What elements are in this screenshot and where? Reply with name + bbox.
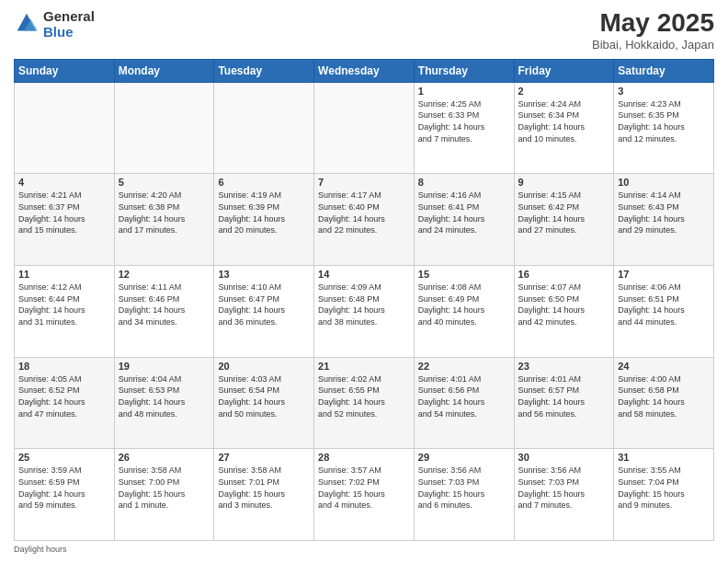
day-info: Sunrise: 3:58 AM Sunset: 7:00 PM Dayligh… <box>119 465 210 511</box>
calendar-day-cell: 13Sunrise: 4:10 AM Sunset: 6:47 PM Dayli… <box>214 266 314 358</box>
calendar-day-cell: 6Sunrise: 4:19 AM Sunset: 6:39 PM Daylig… <box>214 174 314 266</box>
day-info: Sunrise: 4:15 AM Sunset: 6:42 PM Dayligh… <box>518 190 610 236</box>
day-number: 15 <box>418 269 510 280</box>
calendar-day-cell: 26Sunrise: 3:58 AM Sunset: 7:00 PM Dayli… <box>114 449 214 541</box>
day-of-week-header: Sunday <box>15 59 115 82</box>
day-info: Sunrise: 4:00 AM Sunset: 6:58 PM Dayligh… <box>618 373 710 419</box>
day-number: 11 <box>18 269 110 280</box>
calendar-day-cell <box>15 82 115 174</box>
logo-general-text: General <box>43 8 95 24</box>
day-number: 6 <box>218 177 310 188</box>
title-block: May 2025 Bibai, Hokkaido, Japan <box>592 9 714 52</box>
calendar-day-cell: 18Sunrise: 4:05 AM Sunset: 6:52 PM Dayli… <box>15 357 115 449</box>
day-number: 22 <box>418 361 510 372</box>
day-info: Sunrise: 3:57 AM Sunset: 7:02 PM Dayligh… <box>318 465 410 511</box>
day-info: Sunrise: 4:05 AM Sunset: 6:52 PM Dayligh… <box>18 373 110 419</box>
calendar-day-cell: 17Sunrise: 4:06 AM Sunset: 6:51 PM Dayli… <box>614 266 714 358</box>
calendar-day-cell: 23Sunrise: 4:01 AM Sunset: 6:57 PM Dayli… <box>514 357 614 449</box>
calendar-day-cell: 30Sunrise: 3:56 AM Sunset: 7:03 PM Dayli… <box>514 449 614 541</box>
day-info: Sunrise: 4:21 AM Sunset: 6:37 PM Dayligh… <box>18 190 110 236</box>
calendar-day-cell <box>214 82 314 174</box>
day-number: 26 <box>119 452 210 463</box>
calendar-day-cell: 22Sunrise: 4:01 AM Sunset: 6:56 PM Dayli… <box>414 357 514 449</box>
day-number: 27 <box>218 452 310 463</box>
calendar-day-cell: 3Sunrise: 4:23 AM Sunset: 6:35 PM Daylig… <box>614 82 714 174</box>
day-number: 2 <box>518 86 610 97</box>
day-number: 1 <box>418 86 510 97</box>
calendar-week-row: 25Sunrise: 3:59 AM Sunset: 6:59 PM Dayli… <box>15 449 714 541</box>
page: General Blue May 2025 Bibai, Hokkaido, J… <box>0 0 728 563</box>
calendar-day-cell: 16Sunrise: 4:07 AM Sunset: 6:50 PM Dayli… <box>514 266 614 358</box>
day-info: Sunrise: 3:55 AM Sunset: 7:04 PM Dayligh… <box>618 465 710 511</box>
day-info: Sunrise: 3:59 AM Sunset: 6:59 PM Dayligh… <box>18 465 110 511</box>
calendar-day-cell: 29Sunrise: 3:56 AM Sunset: 7:03 PM Dayli… <box>414 449 514 541</box>
day-info: Sunrise: 4:07 AM Sunset: 6:50 PM Dayligh… <box>518 282 610 327</box>
day-number: 23 <box>518 361 610 372</box>
day-info: Sunrise: 3:56 AM Sunset: 7:03 PM Dayligh… <box>418 465 510 511</box>
day-number: 14 <box>318 269 410 280</box>
day-number: 24 <box>618 361 710 372</box>
day-number: 30 <box>518 452 610 463</box>
day-info: Sunrise: 4:11 AM Sunset: 6:46 PM Dayligh… <box>119 282 210 327</box>
calendar-week-row: 4Sunrise: 4:21 AM Sunset: 6:37 PM Daylig… <box>15 174 714 266</box>
day-number: 31 <box>618 452 710 463</box>
day-number: 29 <box>418 452 510 463</box>
day-number: 21 <box>318 361 410 372</box>
day-number: 19 <box>119 361 210 372</box>
calendar-day-cell: 14Sunrise: 4:09 AM Sunset: 6:48 PM Dayli… <box>314 266 415 358</box>
calendar-day-cell: 4Sunrise: 4:21 AM Sunset: 6:37 PM Daylig… <box>15 174 115 266</box>
calendar-week-row: 1Sunrise: 4:25 AM Sunset: 6:33 PM Daylig… <box>15 82 714 174</box>
day-number: 3 <box>618 86 710 97</box>
logo-blue-text: Blue <box>43 24 74 40</box>
day-number: 7 <box>318 177 410 188</box>
day-number: 9 <box>518 177 610 188</box>
calendar-day-cell: 31Sunrise: 3:55 AM Sunset: 7:04 PM Dayli… <box>614 449 714 541</box>
day-of-week-header: Monday <box>114 59 214 82</box>
day-info: Sunrise: 4:24 AM Sunset: 6:34 PM Dayligh… <box>518 98 610 144</box>
calendar-day-cell <box>114 82 214 174</box>
calendar-day-cell: 28Sunrise: 3:57 AM Sunset: 7:02 PM Dayli… <box>314 449 415 541</box>
header: General Blue May 2025 Bibai, Hokkaido, J… <box>14 9 714 52</box>
day-of-week-header: Thursday <box>414 59 514 82</box>
day-info: Sunrise: 4:14 AM Sunset: 6:43 PM Dayligh… <box>618 190 710 236</box>
day-info: Sunrise: 4:10 AM Sunset: 6:47 PM Dayligh… <box>218 282 310 327</box>
day-info: Sunrise: 4:19 AM Sunset: 6:39 PM Dayligh… <box>218 190 310 236</box>
calendar-week-row: 18Sunrise: 4:05 AM Sunset: 6:52 PM Dayli… <box>15 357 714 449</box>
calendar-day-cell: 5Sunrise: 4:20 AM Sunset: 6:38 PM Daylig… <box>114 174 214 266</box>
day-of-week-header: Tuesday <box>214 59 314 82</box>
calendar-day-cell: 21Sunrise: 4:02 AM Sunset: 6:55 PM Dayli… <box>314 357 415 449</box>
footer-note: Daylight hours <box>14 545 714 554</box>
day-number: 18 <box>18 361 110 372</box>
calendar-day-cell: 20Sunrise: 4:03 AM Sunset: 6:54 PM Dayli… <box>214 357 314 449</box>
day-of-week-header: Saturday <box>614 59 714 82</box>
calendar-body: 1Sunrise: 4:25 AM Sunset: 6:33 PM Daylig… <box>15 82 714 540</box>
logo: General Blue <box>14 9 95 40</box>
calendar-day-cell: 19Sunrise: 4:04 AM Sunset: 6:53 PM Dayli… <box>114 357 214 449</box>
day-info: Sunrise: 4:01 AM Sunset: 6:57 PM Dayligh… <box>518 373 610 419</box>
day-of-week-header: Friday <box>514 59 614 82</box>
calendar-day-cell: 2Sunrise: 4:24 AM Sunset: 6:34 PM Daylig… <box>514 82 614 174</box>
header-row: SundayMondayTuesdayWednesdayThursdayFrid… <box>15 59 714 82</box>
calendar-day-cell: 8Sunrise: 4:16 AM Sunset: 6:41 PM Daylig… <box>414 174 514 266</box>
calendar-day-cell: 10Sunrise: 4:14 AM Sunset: 6:43 PM Dayli… <box>614 174 714 266</box>
day-number: 12 <box>119 269 210 280</box>
day-info: Sunrise: 3:56 AM Sunset: 7:03 PM Dayligh… <box>518 465 610 511</box>
day-info: Sunrise: 4:17 AM Sunset: 6:40 PM Dayligh… <box>318 190 410 236</box>
calendar-day-cell: 11Sunrise: 4:12 AM Sunset: 6:44 PM Dayli… <box>15 266 115 358</box>
day-number: 13 <box>218 269 310 280</box>
day-number: 20 <box>218 361 310 372</box>
day-info: Sunrise: 3:58 AM Sunset: 7:01 PM Dayligh… <box>218 465 310 511</box>
calendar-day-cell: 7Sunrise: 4:17 AM Sunset: 6:40 PM Daylig… <box>314 174 415 266</box>
day-number: 4 <box>18 177 110 188</box>
calendar-week-row: 11Sunrise: 4:12 AM Sunset: 6:44 PM Dayli… <box>15 266 714 358</box>
day-number: 5 <box>119 177 210 188</box>
month-title: May 2025 <box>592 9 714 38</box>
day-of-week-header: Wednesday <box>314 59 415 82</box>
day-number: 17 <box>618 269 710 280</box>
calendar-day-cell: 9Sunrise: 4:15 AM Sunset: 6:42 PM Daylig… <box>514 174 614 266</box>
day-info: Sunrise: 4:04 AM Sunset: 6:53 PM Dayligh… <box>119 373 210 419</box>
day-number: 28 <box>318 452 410 463</box>
day-number: 25 <box>18 452 110 463</box>
daylight-label: Daylight hours <box>14 545 67 554</box>
day-number: 8 <box>418 177 510 188</box>
